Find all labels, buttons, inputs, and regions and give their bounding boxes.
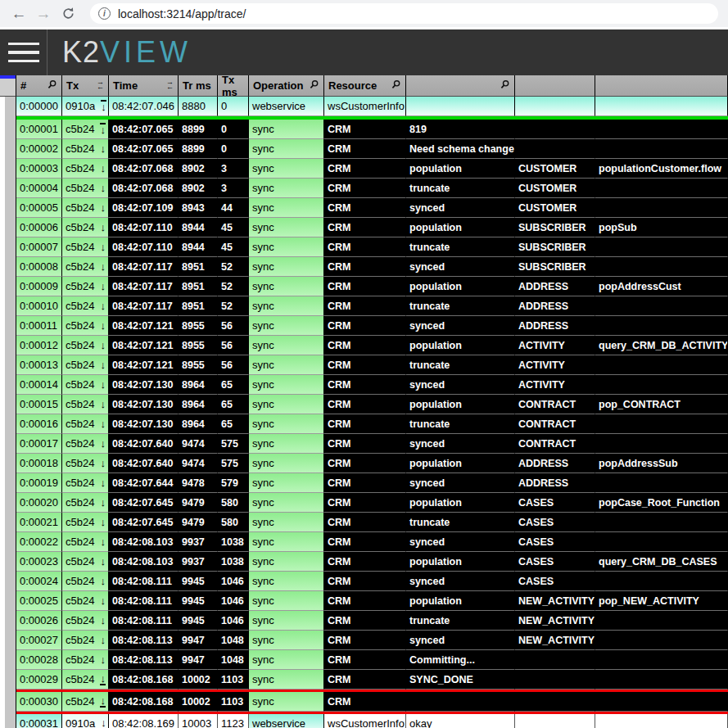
cell-tr[interactable]: 8955 — [179, 316, 218, 336]
cell-res[interactable]: CRM — [324, 139, 406, 159]
cell-tx[interactable]: c5b24↓ — [62, 473, 109, 493]
cell-time[interactable]: 08:42:07.110 — [109, 237, 179, 257]
cell-flow[interactable]: popSub — [595, 218, 728, 237]
column-header-operation[interactable]: Operation — [249, 75, 324, 97]
cell-time[interactable]: 08:42:07.640 — [109, 434, 179, 454]
cell-flow[interactable] — [595, 650, 728, 670]
cell-time[interactable]: 08:42:08.168 — [109, 670, 179, 690]
cell-flow[interactable] — [595, 375, 728, 395]
cell-num[interactable]: 0:00021 — [16, 513, 62, 532]
cell-num[interactable]: 0:00002 — [16, 139, 62, 159]
cell-msg[interactable]: synced — [406, 434, 515, 454]
search-icon[interactable] — [47, 79, 57, 92]
cell-tx[interactable]: c5b24↓ — [62, 120, 109, 139]
column-header-trms[interactable]: Tr ms — [179, 75, 218, 97]
cell-txms[interactable]: 579 — [218, 473, 249, 493]
cell-flow[interactable] — [595, 316, 728, 336]
cell-res[interactable]: CRM — [324, 631, 406, 650]
cell-tr[interactable]: 8951 — [179, 296, 218, 316]
cell-flow[interactable] — [595, 414, 728, 434]
cell-tbl[interactable]: SUBSCRIBER — [515, 257, 595, 277]
cell-time[interactable]: 08:42:07.645 — [109, 493, 179, 513]
cell-op[interactable]: sync — [249, 257, 324, 277]
cell-num[interactable]: 0:00006 — [16, 218, 62, 237]
cell-txms[interactable]: 1103 — [218, 670, 249, 690]
cell-time[interactable]: 08:42:08.111 — [109, 572, 179, 591]
cell-tbl[interactable]: ADDRESS — [515, 316, 595, 336]
cell-time[interactable]: 08:42:08.103 — [109, 532, 179, 552]
cell-num[interactable]: 0:00025 — [16, 591, 62, 611]
cell-op[interactable]: sync — [249, 473, 324, 493]
cell-op[interactable]: sync — [249, 139, 324, 159]
cell-num[interactable]: 0:00016 — [16, 414, 62, 434]
cell-msg[interactable]: synced — [406, 532, 515, 552]
cell-time[interactable]: 08:42:07.068 — [109, 179, 179, 198]
sort-swap-icon[interactable]: →← — [166, 80, 174, 91]
cell-tx[interactable]: c5b24↓ — [62, 375, 109, 395]
url-bar[interactable]: i localhost:3214/app/trace/ — [90, 3, 718, 24]
cell-num[interactable]: 0:00011 — [16, 316, 62, 336]
cell-tx[interactable]: c5b24↓ — [62, 493, 109, 513]
cell-time[interactable]: 08:42:07.121 — [109, 316, 179, 336]
cell-txms[interactable]: 65 — [218, 375, 249, 395]
cell-num[interactable]: 0:00015 — [16, 395, 62, 414]
url-text[interactable]: localhost:3214/app/trace/ — [118, 7, 246, 20]
info-icon[interactable]: i — [98, 7, 111, 20]
cell-op[interactable]: sync — [249, 296, 324, 316]
cell-flow[interactable] — [595, 714, 728, 728]
cell-tr[interactable]: 8964 — [179, 375, 218, 395]
cell-tr[interactable]: 8951 — [179, 257, 218, 277]
cell-op[interactable]: sync — [249, 434, 324, 454]
search-icon[interactable] — [500, 79, 510, 92]
cell-msg[interactable]: Need schema change — [406, 139, 515, 159]
cell-op[interactable]: sync — [249, 591, 324, 611]
cell-op[interactable]: sync — [249, 336, 324, 355]
cell-tx[interactable]: c5b24↓ — [62, 218, 109, 237]
cell-flow[interactable]: query_CRM_DB_CASES — [595, 552, 728, 572]
cell-tx[interactable]: c5b24↓ — [62, 591, 109, 611]
cell-msg[interactable]: synced — [406, 375, 515, 395]
cell-res[interactable]: CRM — [324, 355, 406, 375]
cell-flow[interactable] — [595, 296, 728, 316]
cell-op[interactable]: sync — [249, 375, 324, 395]
cell-txms[interactable]: 1046 — [218, 611, 249, 631]
cell-res[interactable]: CRM — [324, 237, 406, 257]
cell-txms[interactable]: 1103 — [218, 692, 249, 712]
cell-op[interactable]: sync — [249, 552, 324, 572]
cell-tr[interactable]: 8964 — [179, 395, 218, 414]
cell-time[interactable]: 08:42:07.046 — [109, 97, 179, 116]
cell-op[interactable]: webservice — [249, 97, 324, 116]
cell-time[interactable]: 08:42:07.121 — [109, 355, 179, 375]
cell-tr[interactable]: 9947 — [179, 650, 218, 670]
cell-num[interactable]: 0:00014 — [16, 375, 62, 395]
cell-tx[interactable]: c5b24↓ — [62, 513, 109, 532]
cell-flow[interactable] — [595, 670, 728, 690]
cell-tbl[interactable]: CUSTOMER — [515, 159, 595, 179]
cell-flow[interactable]: popAddressSub — [595, 454, 728, 473]
cell-num[interactable]: 0:00009 — [16, 277, 62, 296]
cell-tx[interactable]: c5b24↓ — [62, 670, 109, 690]
cell-txms[interactable]: 44 — [218, 198, 249, 218]
cell-txms[interactable]: 1046 — [218, 591, 249, 611]
cell-tr[interactable]: 8944 — [179, 218, 218, 237]
cell-num[interactable]: 0:00005 — [16, 198, 62, 218]
cell-flow[interactable] — [595, 692, 728, 712]
cell-time[interactable]: 08:42:07.117 — [109, 257, 179, 277]
cell-msg[interactable]: truncate — [406, 355, 515, 375]
cell-txms[interactable]: 52 — [218, 257, 249, 277]
cell-res[interactable]: CRM — [324, 611, 406, 631]
cell-flow[interactable] — [595, 179, 728, 198]
cell-tx[interactable]: c5b24↓ — [62, 316, 109, 336]
cell-op[interactable]: sync — [249, 454, 324, 473]
cell-res[interactable]: CRM — [324, 473, 406, 493]
cell-flow[interactable] — [595, 257, 728, 277]
cell-tbl[interactable]: ADDRESS — [515, 454, 595, 473]
column-header-txms[interactable]: Tx ms — [218, 75, 249, 97]
cell-op[interactable]: sync — [249, 316, 324, 336]
cell-msg[interactable]: population — [406, 159, 515, 179]
cell-tr[interactable]: 9937 — [179, 532, 218, 552]
cell-res[interactable]: CRM — [324, 414, 406, 434]
cell-res[interactable]: CRM — [324, 650, 406, 670]
cell-tr[interactable]: 9478 — [179, 473, 218, 493]
cell-tr[interactable]: 8944 — [179, 237, 218, 257]
